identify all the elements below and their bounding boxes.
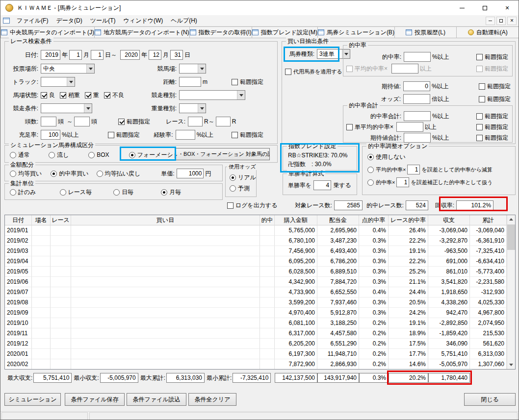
toolbar-button-central-import[interactable]: 中央競馬データのインポート(J) (0, 26, 95, 38)
odds-source-radio-real[interactable]: リアル (230, 173, 256, 182)
hit-rate-input[interactable] (404, 52, 431, 62)
table-row[interactable]: 2020/02 7,872,900 2,866,930 0.2% 14.6% -… (5, 359, 515, 370)
race-kind-select[interactable] (179, 90, 245, 100)
odds-range-checkbox[interactable]: 範囲指定 (479, 95, 511, 103)
column-header-pick[interactable]: 買い目 (71, 215, 260, 225)
date-from-year-input[interactable] (41, 50, 60, 60)
date-from-day-input[interactable] (91, 50, 104, 60)
hit-rate-range-checkbox[interactable]: 範囲指定 (476, 53, 508, 61)
table-row[interactable]: 2019/01 5,765,000 2,695,960 0.4% 26.4% -… (5, 225, 515, 236)
table-row[interactable]: 2019/03 7,456,900 6,493,400 0.3% 19.1% -… (5, 246, 515, 256)
toolbar-button-simulation[interactable]: 馬券シミュレーション(B) (317, 26, 395, 38)
single-avg-hit-rate-checkbox[interactable]: 単平均的中率× (346, 123, 393, 131)
distance-range-checkbox[interactable]: 範囲指定 (232, 78, 263, 86)
sim-type-radio-normal[interactable]: 通常 (10, 151, 30, 159)
heads-to-input[interactable] (74, 117, 90, 126)
heads-from-input[interactable] (41, 117, 56, 126)
exp-rate-input[interactable] (176, 130, 195, 140)
distance-input[interactable] (179, 77, 201, 87)
expected-value-input[interactable] (403, 81, 430, 91)
date-from-month-input[interactable] (69, 50, 82, 60)
expected-value-total-range-checkbox[interactable]: 範囲指定 (476, 134, 508, 142)
menu-item-data[interactable]: データ(D) (52, 15, 86, 26)
column-header-total[interactable]: 累計 (470, 215, 507, 225)
table-row[interactable]: 2019/05 6,028,500 6,889,510 0.3% 25.2% 8… (5, 267, 515, 277)
simulation-button[interactable]: シミュレーション (4, 393, 61, 406)
table-row[interactable]: 2019/07 4,733,900 6,652,550 0.4% 24.4% 1… (5, 287, 515, 297)
toolbar-button-local-import[interactable]: 地方競馬データのインポート(N) (94, 26, 190, 38)
unit-price-input[interactable] (177, 169, 204, 178)
aggregate-radio-per-day[interactable]: 日毎 (113, 188, 133, 197)
track-select[interactable] (41, 77, 75, 87)
aggregate-radio-total-only[interactable]: 計のみ (10, 188, 36, 197)
amount-radio-equal-payout[interactable]: 均等払い戻し (97, 170, 141, 178)
table-row[interactable]: 2019/02 6,780,100 3,487,230 0.3% 22.2% -… (5, 236, 515, 246)
single-avg-hit-rate-multiplier-input[interactable] (396, 122, 423, 132)
fill-rate-input[interactable] (41, 130, 60, 140)
adjust-radio-none[interactable]: 使用しない (367, 153, 406, 161)
ground-heavy-checkbox[interactable]: 重 (85, 91, 99, 99)
menu-item-tools[interactable]: ツール(T) (86, 15, 120, 26)
column-header-race[interactable]: レース (51, 215, 71, 225)
race-no-to-input[interactable] (216, 117, 231, 126)
win-rate-power-input[interactable] (313, 180, 331, 190)
toolbar-button-vote-history[interactable]: 投票履歴(L) (394, 26, 457, 38)
toolbar-button-index-blend[interactable]: 指数ブレンド設定(M) (252, 26, 318, 38)
column-header-point-rate[interactable]: 点的中率 (359, 215, 389, 225)
weight-select[interactable] (179, 103, 206, 113)
course-select[interactable] (179, 64, 206, 74)
exp-rate-range-checkbox[interactable]: 範囲指定 (232, 131, 263, 139)
table-row[interactable]: 2020/01 6,197,300 11,948,710 0.2% 17.7% … (5, 349, 515, 359)
aggregate-radio-per-race[interactable]: レース毎 (60, 188, 92, 197)
load-conditions-button[interactable]: 条件ファイル読込 (127, 393, 186, 406)
clear-conditions-button[interactable]: 条件全クリア (188, 393, 236, 406)
place-select[interactable]: 中央 (41, 64, 95, 74)
aggregate-radio-per-month[interactable]: 月毎 (161, 188, 181, 197)
maximize-button[interactable] (473, 0, 496, 15)
column-header-date[interactable]: 日付 (5, 215, 32, 225)
scrollbar-up-button[interactable] (507, 215, 515, 223)
table-row[interactable]: 2019/12 6,205,200 6,551,290 0.2% 17.5% 3… (5, 339, 515, 349)
close-button[interactable]: × (496, 0, 519, 15)
menu-item-file[interactable]: ファイル(F) (13, 15, 52, 26)
single-avg-hit-rate-range-checkbox[interactable]: 範囲指定 (476, 123, 508, 131)
expected-value-range-checkbox[interactable]: 範囲指定 (479, 82, 511, 91)
vertical-scrollbar[interactable] (507, 215, 515, 369)
toolbar-button-index-fetch[interactable]: 指数データの取得(I) (189, 26, 252, 38)
adjust-radio-subtract[interactable]: 平均的中率× (367, 166, 406, 173)
table-row[interactable]: 2019/04 6,095,200 6,786,200 0.3% 22.2% 6… (5, 256, 515, 267)
menu-item-window[interactable]: ウィンドウ(W) (120, 15, 167, 26)
toolbar-button-auto-drive[interactable]: 自動運転(A) (456, 26, 519, 38)
scrollbar-down-button[interactable] (507, 361, 515, 369)
amount-radio-equal-buy[interactable]: 均等買い (10, 170, 42, 178)
hit-rate-total-input[interactable] (404, 111, 431, 121)
sim-type-radio-box[interactable]: BOX (88, 151, 109, 158)
expected-value-total-input[interactable] (404, 133, 431, 143)
log-output-checkbox[interactable]: ログを出力する (227, 201, 277, 210)
mdi-restore-button[interactable] (496, 17, 506, 25)
column-header-race-rate[interactable]: レース的中率 (389, 215, 428, 225)
ground-good-checkbox[interactable]: 良 (41, 91, 55, 99)
sim-type-radio-nagashi[interactable]: 流し (49, 151, 69, 159)
odds-input[interactable] (403, 94, 430, 104)
heads-range-checkbox[interactable]: 範囲指定 (118, 118, 150, 126)
date-to-day-input[interactable] (170, 50, 183, 60)
table-row[interactable]: 2019/10 6,081,100 3,188,250 0.2% 19.1% -… (5, 318, 515, 328)
adjust-radio-correct[interactable]: 的中率× (367, 179, 395, 186)
adjust-correct-multiplier-input[interactable] (396, 177, 409, 187)
table-row[interactable]: 2019/08 3,599,200 7,937,460 0.3% 20.5% 4… (5, 297, 515, 308)
mdi-minimize-button[interactable] (486, 17, 495, 25)
date-to-year-input[interactable] (120, 50, 140, 60)
close-dialog-button[interactable]: 閉じる (464, 393, 516, 406)
odds-source-radio-predict[interactable]: 予測 (230, 184, 250, 193)
race-no-from-input[interactable] (188, 117, 203, 126)
column-header-purchase[interactable]: 購入金額 (275, 215, 317, 225)
substitute-ticket-checkbox[interactable]: 代用馬券を適用する (285, 68, 342, 75)
adjust-subtract-multiplier-input[interactable] (407, 165, 420, 174)
scrollbar-thumb[interactable] (507, 224, 515, 250)
save-conditions-button[interactable]: 条件ファイル保存 (65, 393, 125, 406)
column-header-balance[interactable]: 収支 (428, 215, 470, 225)
date-to-month-input[interactable] (149, 50, 161, 60)
table-row[interactable]: 2019/09 4,970,400 5,912,870 0.3% 24.2% 9… (5, 308, 515, 318)
column-header-hit[interactable]: 的中 (260, 215, 275, 225)
